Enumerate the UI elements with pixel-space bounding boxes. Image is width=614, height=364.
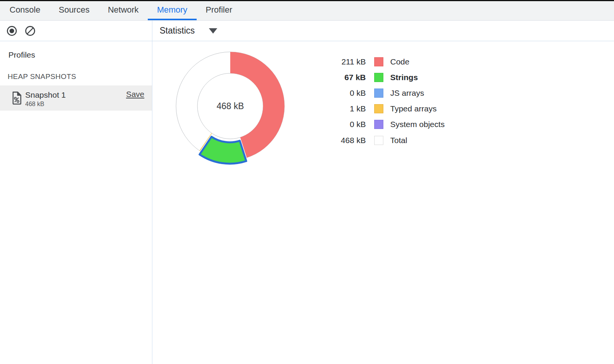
clear-profiles-button[interactable] bbox=[25, 26, 36, 36]
legend-value: 67 kB bbox=[332, 73, 366, 82]
legend-swatch-system-objects-icon bbox=[374, 120, 383, 129]
tab-console[interactable]: Console bbox=[0, 1, 50, 20]
snapshot-name: Snapshot 1 bbox=[25, 90, 66, 100]
legend-row-code: 211 kBCode bbox=[332, 54, 444, 69]
legend-swatch-code-icon bbox=[374, 57, 383, 66]
snapshot-size: 468 kB bbox=[25, 101, 44, 108]
snapshot-list-item[interactable]: Snapshot 1 468 kB Save bbox=[0, 85, 152, 111]
legend-row-strings: 67 kBStrings bbox=[332, 69, 444, 85]
legend-row-system-objects: 0 kBSystem objects bbox=[332, 117, 444, 132]
legend-swatch-total-icon bbox=[374, 136, 383, 145]
legend-row-typed-arrays: 1 kBTyped arrays bbox=[332, 101, 444, 117]
dropdown-arrow-icon bbox=[209, 28, 217, 34]
legend-swatch-strings-icon bbox=[374, 73, 383, 82]
legend-value: 468 kB bbox=[332, 136, 366, 145]
legend-row-total: 468 kBTotal bbox=[332, 132, 444, 148]
legend-value: 1 kB bbox=[332, 104, 366, 113]
sidebar-divider bbox=[152, 21, 152, 364]
chart-legend: 211 kBCode67 kBStrings0 kBJS arrays1 kBT… bbox=[332, 54, 444, 148]
legend-label: Typed arrays bbox=[390, 104, 436, 113]
heap-snapshot-file-icon bbox=[12, 92, 21, 105]
legend-label: Total bbox=[390, 136, 407, 145]
legend-value: 211 kB bbox=[332, 57, 366, 66]
save-snapshot-link[interactable]: Save bbox=[126, 90, 144, 99]
perspective-select[interactable]: Statistics bbox=[160, 26, 217, 36]
profiles-title: Profiles bbox=[8, 50, 35, 60]
legend-label: Code bbox=[390, 57, 409, 66]
record-heap-snapshot-button[interactable] bbox=[6, 26, 17, 36]
legend-label: System objects bbox=[390, 120, 444, 129]
toolbar-divider bbox=[0, 41, 614, 41]
legend-value: 0 kB bbox=[332, 89, 366, 98]
profiler-toolbar bbox=[0, 21, 152, 41]
legend-swatch-js-arrays-icon bbox=[374, 89, 383, 98]
perspective-select-value: Statistics bbox=[160, 26, 195, 36]
tab-memory[interactable]: Memory bbox=[148, 1, 196, 20]
heap-snapshots-section-title: HEAP SNAPSHOTS bbox=[8, 72, 76, 81]
clear-icon bbox=[25, 26, 36, 36]
legend-value: 0 kB bbox=[332, 120, 366, 129]
legend-label: Strings bbox=[390, 73, 418, 82]
donut-total-label: 468 kB bbox=[217, 101, 244, 111]
legend-label: JS arrays bbox=[390, 89, 424, 98]
legend-row-js-arrays: 0 kBJS arrays bbox=[332, 85, 444, 101]
record-icon bbox=[6, 26, 17, 36]
tab-sources[interactable]: Sources bbox=[50, 1, 99, 20]
tab-network[interactable]: Network bbox=[99, 1, 148, 20]
tab-profiler[interactable]: Profiler bbox=[197, 1, 242, 20]
tab-bar: ConsoleSourcesNetworkMemoryProfiler bbox=[0, 1, 614, 21]
legend-swatch-typed-arrays-icon bbox=[374, 104, 383, 113]
statistics-toolbar: Statistics bbox=[152, 21, 614, 41]
